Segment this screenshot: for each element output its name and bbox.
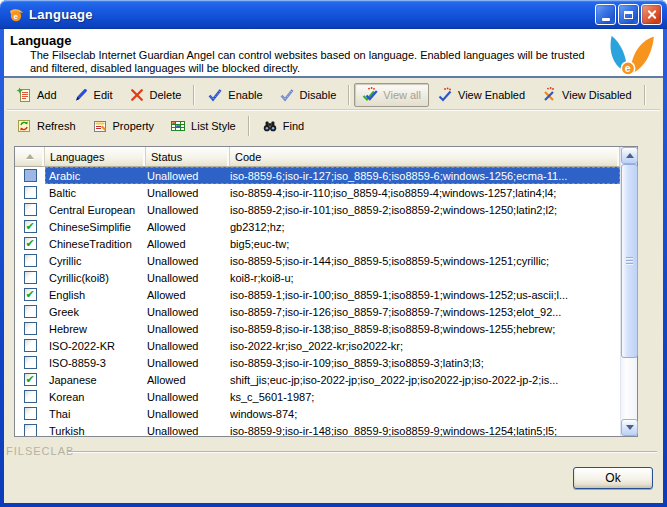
table-row[interactable]: ISO-2022-KRUnallowediso-2022-kr;iso_2022… <box>15 337 620 354</box>
ok-button[interactable]: Ok <box>573 467 653 489</box>
table-header: Languages Status Code <box>15 147 620 167</box>
language-checkbox[interactable] <box>24 339 37 352</box>
language-checkbox[interactable] <box>24 390 37 403</box>
column-header-languages[interactable]: Languages <box>45 147 146 167</box>
scroll-down-button[interactable] <box>621 419 638 436</box>
column-header-code[interactable]: Code <box>230 147 620 167</box>
minimize-icon <box>602 18 610 21</box>
language-code: iso-8859-4;iso-ir-110;iso_8859-4;iso8859… <box>230 184 620 201</box>
refresh-button[interactable]: Refresh <box>8 114 84 138</box>
language-checkbox[interactable] <box>24 305 37 318</box>
list-style-label: List Style <box>191 120 236 132</box>
row-selection-area[interactable]: CyrillicUnallowediso-8859-5;iso-ir-144;i… <box>45 252 620 269</box>
table-row[interactable]: ✔JapaneseAllowedshift_jis;euc-jp;iso-202… <box>15 371 620 388</box>
window-title: Language <box>29 7 93 22</box>
table-row[interactable]: CyrillicUnallowediso-8859-5;iso-ir-144;i… <box>15 252 620 269</box>
language-code: iso-8859-3;iso-ir-109;iso_8859-3;iso8859… <box>230 354 620 371</box>
scrollbar-thumb[interactable] <box>621 164 638 358</box>
row-selection-area[interactable]: BalticUnallowediso-8859-4;iso-ir-110;iso… <box>45 184 620 201</box>
row-selection-area[interactable]: KoreanUnallowedks_c_5601-1987; <box>45 388 620 405</box>
list-style-button[interactable]: List Style <box>162 114 244 138</box>
close-button[interactable] <box>641 4 662 25</box>
language-name: Greek <box>45 303 146 320</box>
find-icon <box>262 118 278 134</box>
delete-icon <box>129 87 145 103</box>
language-status: Allowed <box>146 235 230 252</box>
language-name: Turkish <box>45 422 146 436</box>
delete-button[interactable]: Delete <box>121 83 190 107</box>
checkbox-cell: ✔ <box>15 371 45 388</box>
language-status: Unallowed <box>146 320 230 337</box>
enable-button[interactable]: Enable <box>199 83 270 107</box>
svg-text:e: e <box>13 12 18 21</box>
language-name: ChineseTradition <box>45 235 146 252</box>
edit-button[interactable]: Edit <box>65 83 121 107</box>
view-all-label: View all <box>383 89 421 101</box>
table-row[interactable]: ISO-8859-3Unallowediso-8859-3;iso-ir-109… <box>15 354 620 371</box>
brand-text: FILSECLAB <box>6 445 74 457</box>
minimize-button[interactable] <box>595 4 616 25</box>
table-row[interactable]: Central EuropeanUnallowediso-8859-2;iso-… <box>15 201 620 218</box>
table-row[interactable]: GreekUnallowediso-8859-7;iso-ir-126;iso_… <box>15 303 620 320</box>
language-status: Unallowed <box>146 354 230 371</box>
find-button[interactable]: Find <box>254 114 312 138</box>
row-selection-area[interactable]: ISO-2022-KRUnallowediso-2022-kr;iso_2022… <box>45 337 620 354</box>
maximize-button[interactable] <box>618 4 639 25</box>
row-selection-area[interactable]: GreekUnallowediso-8859-7;iso-ir-126;iso_… <box>45 303 620 320</box>
row-selection-area[interactable]: Cyrillic(koi8)Unallowedkoi8-r;koi8-u; <box>45 269 620 286</box>
table-row[interactable]: Cyrillic(koi8)Unallowedkoi8-r;koi8-u; <box>15 269 620 286</box>
language-code: koi8-r;koi8-u; <box>230 269 620 286</box>
table-row[interactable]: HebrewUnallowediso-8859-8;iso-ir-138;iso… <box>15 320 620 337</box>
table-row[interactable]: ✔ChineseSimplifieAllowedgb2312;hz; <box>15 218 620 235</box>
find-label: Find <box>283 120 304 132</box>
language-checkbox[interactable] <box>24 407 37 420</box>
language-checkbox[interactable]: ✔ <box>24 373 37 386</box>
row-selection-area[interactable]: ArabicUnallowediso-8859-6;iso-ir-127;iso… <box>45 167 620 184</box>
disable-button[interactable]: Disable <box>271 83 345 107</box>
language-checkbox[interactable] <box>24 254 37 267</box>
language-checkbox[interactable] <box>24 169 37 182</box>
language-code: iso-8859-5;iso-ir-144;iso_8859-5;iso8859… <box>230 252 620 269</box>
row-selection-area[interactable]: ISO-8859-3Unallowediso-8859-3;iso-ir-109… <box>45 354 620 371</box>
row-selection-area[interactable]: ChineseTraditionAllowedbig5;euc-tw; <box>45 235 620 252</box>
property-button[interactable]: Property <box>84 114 163 138</box>
row-selection-area[interactable]: ThaiUnallowedwindows-874; <box>45 405 620 422</box>
table-row[interactable]: ✔EnglishAllowediso-8859-1;iso-ir-100;iso… <box>15 286 620 303</box>
language-name: ChineseSimplifie <box>45 218 146 235</box>
checkbox-cell: ✔ <box>15 235 45 252</box>
row-selection-area[interactable]: TurkishUnallowediso-8859-9;iso-ir-148;is… <box>45 422 620 436</box>
row-selection-area[interactable]: Central EuropeanUnallowediso-8859-2;iso-… <box>45 201 620 218</box>
table-row[interactable]: BalticUnallowediso-8859-4;iso-ir-110;iso… <box>15 184 620 201</box>
view-all-button[interactable]: View all <box>354 83 429 107</box>
page-description: The Filseclab Internet Guardian Angel ca… <box>30 49 588 75</box>
language-checkbox[interactable] <box>24 186 37 199</box>
language-name: Central European <box>45 201 146 218</box>
scroll-up-button[interactable] <box>621 147 638 164</box>
column-header-status[interactable]: Status <box>146 147 230 167</box>
add-button[interactable]: Add <box>8 83 65 107</box>
sort-column-header[interactable] <box>15 147 45 167</box>
row-selection-area[interactable]: EnglishAllowediso-8859-1;iso-ir-100;iso_… <box>45 286 620 303</box>
table-row[interactable]: ArabicUnallowediso-8859-6;iso-ir-127;iso… <box>15 167 620 184</box>
language-status: Unallowed <box>146 167 230 184</box>
list-style-icon <box>170 118 186 134</box>
language-checkbox[interactable] <box>24 322 37 335</box>
view-enabled-button[interactable]: View Enabled <box>429 83 533 107</box>
toolbar-separator <box>193 85 195 105</box>
row-selection-area[interactable]: JapaneseAllowedshift_jis;euc-jp;iso-2022… <box>45 371 620 388</box>
language-checkbox[interactable] <box>24 271 37 284</box>
table-row[interactable]: KoreanUnallowedks_c_5601-1987; <box>15 388 620 405</box>
table-row[interactable]: TurkishUnallowediso-8859-9;iso-ir-148;is… <box>15 422 620 436</box>
language-checkbox[interactable] <box>24 203 37 216</box>
row-selection-area[interactable]: ChineseSimplifieAllowedgb2312;hz; <box>45 218 620 235</box>
view-disabled-button[interactable]: View Disabled <box>533 83 640 107</box>
language-checkbox[interactable] <box>24 424 37 436</box>
table-row[interactable]: ✔ChineseTraditionAllowedbig5;euc-tw; <box>15 235 620 252</box>
language-checkbox[interactable]: ✔ <box>24 220 37 233</box>
language-checkbox[interactable]: ✔ <box>24 288 37 301</box>
language-checkbox[interactable] <box>24 356 37 369</box>
vertical-scrollbar[interactable] <box>620 147 637 436</box>
row-selection-area[interactable]: HebrewUnallowediso-8859-8;iso-ir-138;iso… <box>45 320 620 337</box>
table-row[interactable]: ThaiUnallowedwindows-874; <box>15 405 620 422</box>
language-checkbox[interactable]: ✔ <box>24 237 37 250</box>
